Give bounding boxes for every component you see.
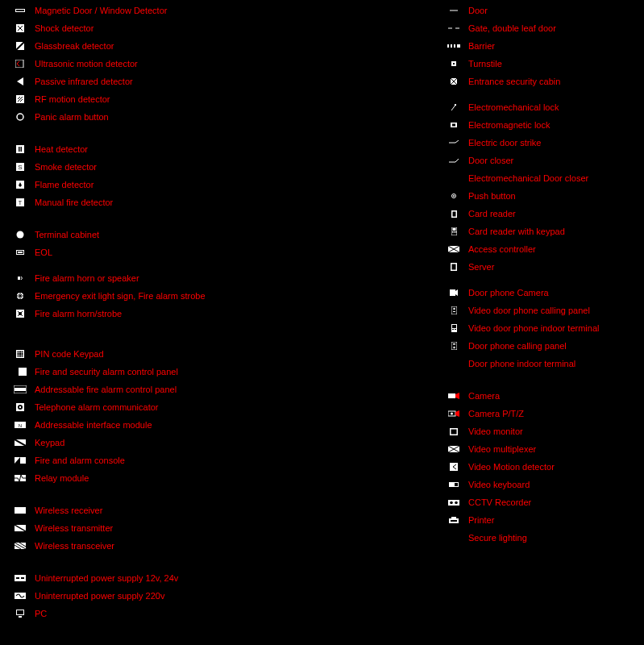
svg-point-39 — [19, 406, 21, 408]
legend-row: Flame detector — [6, 176, 439, 194]
svg-rect-80 — [450, 289, 455, 296]
svg-rect-105 — [451, 520, 457, 522]
legend-row: Fire and alarm console — [6, 452, 439, 469]
legend-row: Keypad — [6, 434, 439, 452]
legend-row: Video door phone calling panel — [439, 302, 644, 319]
svg-rect-28 — [19, 353, 21, 355]
legend-row: Heat detector — [6, 140, 439, 158]
legend-label: Telephone alarm communicator — [35, 398, 158, 416]
ups220-icon — [6, 593, 35, 599]
svg-rect-76 — [455, 231, 457, 233]
svg-rect-81 — [451, 306, 457, 314]
legend-row: Electromechanical Door closer — [439, 169, 644, 187]
pir-icon — [6, 77, 35, 85]
svg-point-15 — [17, 231, 24, 239]
accessctrl-icon — [439, 246, 468, 252]
seccabin-icon — [439, 78, 468, 85]
legend-label: Keypad — [35, 434, 64, 452]
legend-row: Camera P/T/Z — [439, 405, 644, 422]
vdpcall-icon — [439, 306, 468, 314]
svg-point-69 — [453, 195, 455, 197]
shock-icon — [6, 24, 35, 32]
closer-icon — [439, 158, 468, 163]
svg-rect-29 — [22, 353, 23, 355]
vkeyb-icon — [439, 482, 468, 487]
keypad-icon — [6, 439, 35, 446]
printer-icon — [439, 517, 468, 523]
svg-point-6 — [17, 114, 23, 120]
ups12-icon — [6, 575, 35, 581]
emlock-icon — [439, 104, 468, 110]
left-column: Magnetic Door / Window DetectorShock det… — [0, 0, 439, 645]
svg-rect-83 — [453, 311, 455, 312]
legend-row: Electromagnetic lock — [439, 116, 644, 134]
svg-rect-89 — [453, 343, 455, 345]
legend-label: EOL — [35, 243, 52, 261]
legend-row: Telephone alarm communicator — [6, 398, 439, 416]
svg-rect-36 — [15, 388, 26, 391]
svg-rect-97 — [450, 463, 458, 471]
svg-rect-100 — [448, 500, 459, 506]
svg-rect-50 — [21, 577, 24, 579]
legend-label: Emergency exit light sign, Fire alarm st… — [35, 287, 206, 305]
legend-row: TManual fire detector — [6, 194, 439, 211]
legend-row: Turnstile — [439, 55, 644, 73]
legend-row: Emergency exit light sign, Fire alarm st… — [6, 287, 439, 305]
vmotion-icon — [439, 463, 468, 471]
legend-row: Door closer — [439, 152, 644, 169]
server-icon — [439, 263, 468, 271]
vmonitor-icon — [439, 428, 468, 435]
pc-icon — [6, 610, 35, 618]
legend-label: Access controller — [468, 240, 536, 258]
legend-label: Wireless receiver — [35, 501, 102, 519]
legend-row: Server — [439, 258, 644, 276]
legend-label: Terminal cabinet — [35, 226, 99, 243]
legend-row: Video multiplexer — [439, 440, 644, 458]
vdpterm-icon — [439, 324, 468, 332]
legend-row: Door phone indoor terminal — [439, 355, 644, 372]
legend-label: Relay module — [35, 469, 89, 487]
legend-label: Magnetic Door / Window Detector — [35, 2, 167, 19]
cardreader-icon — [439, 210, 468, 218]
legend-row: NAddressable interface module — [6, 416, 439, 434]
legend-label: Camera P/T/Z — [468, 405, 524, 422]
legend-row: Door phone Camera — [439, 284, 644, 302]
svg-rect-104 — [451, 517, 456, 519]
legend-label: Video door phone calling panel — [468, 302, 590, 319]
panic-icon — [6, 113, 35, 121]
legend-label: Video keyboard — [468, 476, 530, 493]
svg-rect-91 — [448, 393, 455, 398]
svg-rect-32 — [22, 356, 23, 357]
legend-row: Entrance security cabin — [439, 73, 644, 90]
svg-rect-45 — [15, 507, 26, 514]
strobe-icon — [6, 292, 35, 300]
svg-point-101 — [450, 501, 453, 504]
turnstile-icon — [439, 61, 468, 66]
dpterm-icon — [439, 362, 468, 365]
legend-row: SSmoke detector — [6, 158, 439, 176]
svg-rect-71 — [452, 211, 455, 216]
svg-rect-18 — [18, 252, 23, 253]
legend-label: Fire alarm horn/strobe — [35, 305, 122, 322]
legend-row: Addressable fire alarm control panel — [6, 381, 439, 398]
legend-label: Addressable interface module — [35, 416, 152, 434]
doorcam-icon — [439, 289, 468, 296]
legend-label: Electric door strike — [468, 134, 541, 152]
pushbtn-icon — [439, 194, 468, 198]
legend-label: Video monitor — [468, 422, 523, 440]
svg-rect-95 — [451, 429, 457, 434]
legend-label: Flame detector — [35, 176, 93, 194]
legend-row: Wireless receiver — [6, 501, 439, 519]
legend-row: Video Motion detector — [439, 458, 644, 476]
barrier-icon — [439, 44, 468, 48]
legend-row: Fire alarm horn/strobe — [6, 305, 439, 322]
fireconsole-icon — [6, 457, 35, 464]
svg-rect-26 — [22, 352, 23, 353]
svg-rect-4 — [15, 60, 23, 68]
strike-icon — [439, 140, 468, 145]
svg-rect-53 — [17, 610, 23, 614]
lighting-icon — [439, 536, 468, 539]
legend-row: Glassbreak detector — [6, 37, 439, 55]
legend-label: Addressable fire alarm control panel — [35, 381, 177, 398]
wltx-icon — [6, 525, 35, 531]
